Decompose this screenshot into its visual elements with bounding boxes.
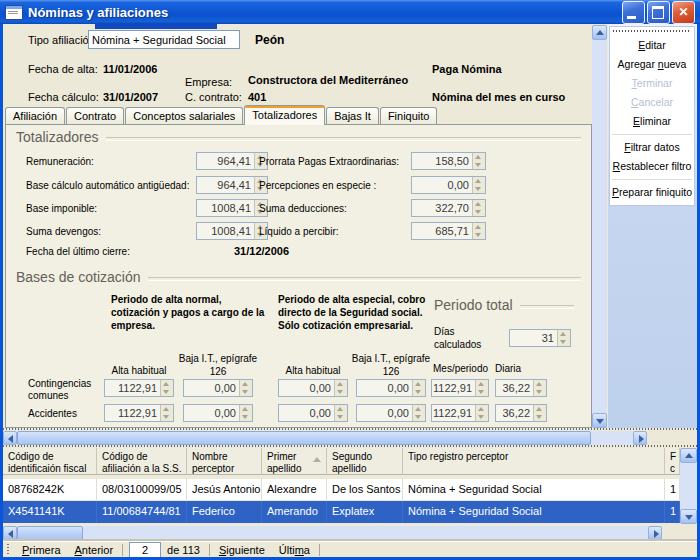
liquido-field[interactable]: 685,71	[411, 222, 486, 240]
spinner-buttons[interactable]	[412, 405, 425, 421]
cell-primer-apellido[interactable]: Alexandre	[262, 479, 327, 501]
spinner-buttons[interactable]	[239, 380, 252, 396]
cc-diaria-field[interactable]: 36,22	[495, 379, 547, 397]
pager-ultima[interactable]: Última	[272, 544, 317, 556]
spinner-buttons[interactable]	[475, 405, 488, 421]
cell-primer-apellido[interactable]: Amerando	[262, 501, 327, 523]
spinner-buttons[interactable]	[472, 200, 485, 216]
column-header-nombre[interactable]: Nombre perceptor	[187, 448, 262, 475]
remuneracion-field[interactable]: 964,41	[196, 152, 268, 170]
scroll-right-button[interactable]	[648, 526, 662, 540]
cell-afiliacion[interactable]: 11/00684744/81	[97, 501, 187, 523]
column-header-afiliacion-ss[interactable]: Código de afiliación a la S.S.	[97, 448, 187, 475]
cell-nombre[interactable]: Jesús Antonio	[187, 479, 262, 501]
suma-deducciones-field[interactable]: 322,70	[411, 199, 486, 217]
tab-bajas-it[interactable]: Bajas It	[326, 107, 379, 125]
pager-anterior[interactable]: Anterior	[68, 544, 121, 556]
menu-item-eliminar[interactable]: Eliminar	[610, 112, 694, 131]
scroll-down-button[interactable]	[592, 413, 607, 428]
pager-siguiente[interactable]: Siguiente	[212, 544, 272, 556]
grid-top-horizontal-scrollbar[interactable]	[3, 431, 647, 445]
close-button[interactable]	[672, 1, 695, 24]
spinner-buttons[interactable]	[472, 177, 485, 193]
menu-drag-handle[interactable]	[613, 30, 691, 32]
acc-mes-field[interactable]: 1122,91	[431, 404, 489, 422]
cell-truncated[interactable]: 1	[665, 501, 680, 523]
grid-vertical-scrollbar[interactable]	[680, 448, 697, 524]
scroll-down-button[interactable]	[680, 509, 697, 524]
column-header-segundo-apellido[interactable]: Segundo apellido	[327, 448, 403, 475]
spinner-buttons[interactable]	[239, 405, 252, 421]
cell-cif[interactable]: X4541141K	[3, 501, 97, 523]
scroll-left-button[interactable]	[3, 526, 17, 540]
menu-item-restablecer-filtro[interactable]: Restablecer filtro	[610, 157, 694, 176]
splitter-handle[interactable]	[3, 428, 697, 430]
current-record-input[interactable]: 2	[129, 542, 161, 557]
navigator-drag-handle[interactable]	[7, 544, 9, 556]
cc-normal-baja-field[interactable]: 0,00	[183, 379, 253, 397]
spinner-buttons[interactable]	[472, 153, 485, 169]
cell-tipo-registro[interactable]: Nómina + Seguridad Social	[403, 501, 665, 523]
spinner-buttons[interactable]	[533, 405, 546, 421]
spinner-buttons[interactable]	[160, 380, 173, 396]
suma-devengos-field[interactable]: 1008,41	[196, 222, 268, 240]
pager-primera[interactable]: Primera	[15, 544, 68, 556]
spinner-buttons[interactable]	[412, 380, 425, 396]
scrollbar-thumb[interactable]	[17, 526, 83, 540]
base-calculo-field[interactable]: 964,41	[196, 176, 268, 194]
tab-contrato[interactable]: Contrato	[66, 107, 124, 125]
column-header-primer-apellido[interactable]: Primer apellido	[262, 448, 327, 475]
cc-especial-alta-field[interactable]: 0,00	[278, 379, 348, 397]
acc-especial-alta-field[interactable]: 0,00	[278, 404, 348, 422]
spinner-buttons[interactable]	[160, 405, 173, 421]
tab-conceptos-salariales[interactable]: Conceptos salariales	[125, 107, 243, 125]
tipo-afiliacion-input[interactable]	[88, 30, 240, 49]
spinner-buttons[interactable]	[533, 380, 546, 396]
maximize-button[interactable]	[647, 1, 670, 24]
tab-finiquito[interactable]: Finiquito	[380, 107, 438, 125]
acc-normal-baja-field[interactable]: 0,00	[183, 404, 253, 422]
main-vertical-scrollbar[interactable]	[592, 25, 607, 428]
acc-diaria-field[interactable]: 36,22	[495, 404, 547, 422]
column-header-truncated[interactable]: Fc	[665, 448, 680, 475]
scroll-right-button[interactable]	[633, 431, 647, 445]
window-title: Nóminas y afiliaciones	[28, 5, 620, 20]
menu-item-editar[interactable]: Editar	[610, 36, 694, 55]
tab-totalizadores[interactable]: Totalizadores	[244, 105, 325, 125]
spinner-buttons[interactable]	[334, 405, 347, 421]
cell-segundo-apellido[interactable]: Explatex	[327, 501, 403, 523]
cell-nombre[interactable]: Federico	[187, 501, 262, 523]
cc-especial-baja-field[interactable]: 0,00	[356, 379, 426, 397]
cell-cif[interactable]: 08768242K	[3, 479, 97, 501]
tab-afiliacion[interactable]: Afiliación	[5, 107, 65, 125]
acc-especial-baja-value: 0,00	[357, 405, 412, 421]
cell-segundo-apellido[interactable]: De los Santos	[327, 479, 403, 501]
menu-item-agregar-nueva[interactable]: Agregar nueva	[610, 55, 694, 74]
spinner-buttons[interactable]	[334, 380, 347, 396]
scrollbar-thumb[interactable]	[17, 431, 591, 445]
cell-tipo-registro[interactable]: Nómina + Seguridad Social	[403, 479, 665, 501]
prorrata-field[interactable]: 158,50	[411, 152, 486, 170]
spinner-buttons[interactable]	[472, 223, 485, 239]
spinner-buttons[interactable]	[557, 330, 570, 346]
acc-especial-baja-field[interactable]: 0,00	[356, 404, 426, 422]
scroll-left-button[interactable]	[3, 431, 17, 445]
cc-normal-alta-field[interactable]: 1122,91	[104, 379, 174, 397]
menu-item-filtrar-datos[interactable]: Filtrar datos	[610, 138, 694, 157]
spinner-buttons[interactable]	[475, 380, 488, 396]
minimize-button[interactable]	[622, 1, 645, 24]
base-imponible-field[interactable]: 1008,41	[196, 199, 268, 217]
cell-afiliacion[interactable]: 08/03100099/05	[97, 479, 187, 501]
dias-calculados-field[interactable]: 31	[509, 329, 571, 347]
scroll-up-button[interactable]	[680, 448, 697, 463]
cell-truncated[interactable]: 1	[665, 479, 680, 501]
column-header-tipo-registro[interactable]: Tipo registro perceptor	[403, 448, 665, 475]
column-header-cif[interactable]: Código de identificaión fiscal	[3, 448, 97, 475]
menu-item-preparar-finiquito[interactable]: Preparar finiquito	[610, 183, 694, 202]
acc-normal-alta-value: 1122,91	[105, 405, 160, 421]
cc-mes-field[interactable]: 1122,91	[431, 379, 489, 397]
scroll-up-button[interactable]	[592, 25, 607, 40]
acc-normal-alta-field[interactable]: 1122,91	[104, 404, 174, 422]
grid-bottom-horizontal-scrollbar[interactable]	[3, 526, 662, 540]
percepciones-field[interactable]: 0,00	[411, 176, 486, 194]
